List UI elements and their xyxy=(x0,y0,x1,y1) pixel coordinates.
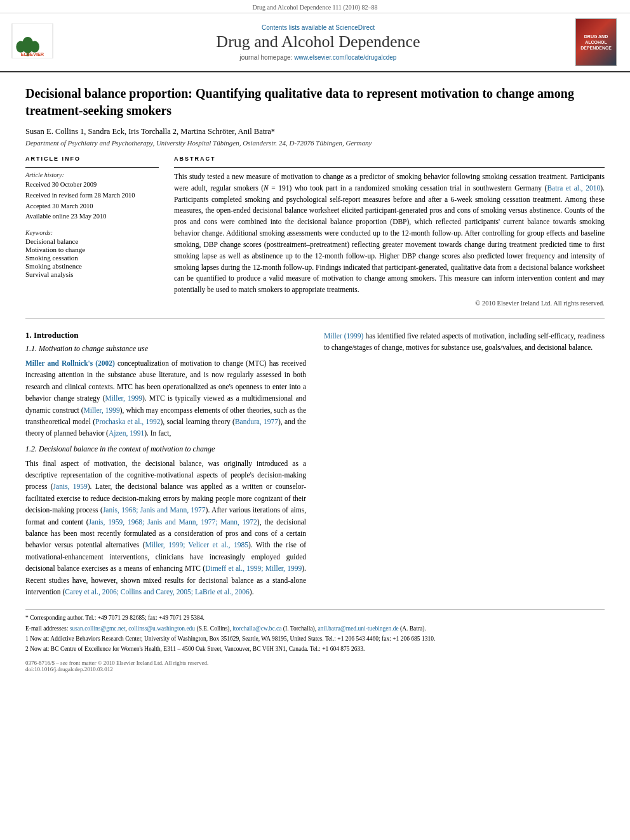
svg-point-4 xyxy=(16,41,25,53)
info-divider xyxy=(25,167,159,168)
footer-line-1: 0376-8716/$ – see front matter © 2010 El… xyxy=(25,660,605,666)
sciencedirect-link-text[interactable]: ScienceDirect xyxy=(335,24,375,31)
abstract-col: ABSTRACT This study tested a new measure… xyxy=(174,156,605,307)
subheading-1: 1.1. Motivation to change substance use xyxy=(25,344,306,354)
abstinence-word: abstinence xyxy=(530,206,561,214)
email-label: E-mail addresses: xyxy=(25,625,68,632)
footnote-2: 2 Now at: BC Centre of Excellence for Wo… xyxy=(25,644,605,653)
copyright: © 2010 Elsevier Ireland Ltd. All rights … xyxy=(174,300,605,307)
email-link-2[interactable]: collinss@u.washington.edu xyxy=(128,625,195,632)
footnote-divider xyxy=(25,609,605,610)
received-date: Received 30 October 2009 xyxy=(25,180,159,190)
miller-1999-ref-2[interactable]: Miller, 1999 xyxy=(84,406,120,414)
miller-1999-right-ref[interactable]: Miller (1999) xyxy=(324,332,363,340)
top-bar: Drug and Alcohol Dependence 111 (2010) 8… xyxy=(0,0,630,13)
keyword-2: Motivation to change xyxy=(25,246,159,253)
body-right-col: Miller (1999) has identified five relate… xyxy=(324,330,605,603)
main-divider xyxy=(25,318,605,319)
miller-velicer-ref[interactable]: Miller, 1999; Velicer et al., 1985 xyxy=(145,541,248,549)
journal-banner: ELSEVIER Contents lists available at Sci… xyxy=(0,13,630,72)
email-link-3[interactable]: itorchalla@cw.bc.ca xyxy=(232,625,281,632)
keywords-label: Keywords: xyxy=(25,229,159,236)
keyword-5: Survival analysis xyxy=(25,270,159,278)
cover-image: DRUG AND ALCOHOL DEPENDENCE xyxy=(575,18,617,66)
prochaska-ref[interactable]: Prochaska et al., 1992 xyxy=(95,418,160,425)
history-label: Article history: xyxy=(25,171,159,178)
article-title: Decisional balance proportion: Quantifyi… xyxy=(25,85,605,119)
article-affiliation: Department of Psychiatry and Psychothera… xyxy=(25,139,605,147)
journal-center: Contents lists available at ScienceDirec… xyxy=(74,24,563,61)
intro-heading: 1. Introduction xyxy=(25,330,306,340)
body-para-2: This final aspect of motivation, the dec… xyxy=(25,458,306,598)
page: Drug and Alcohol Dependence 111 (2010) 8… xyxy=(0,0,630,840)
janis-1959-ref[interactable]: Janis, 1959 xyxy=(53,483,88,490)
email-links[interactable]: susan.collins@gmc.net xyxy=(70,625,126,632)
janis-1968-ref[interactable]: Janis, 1968; Janis and Mann, 1977 xyxy=(103,506,206,514)
revised-date: Received in revised form 28 March 2010 xyxy=(25,190,159,201)
email-link-4[interactable]: anil.batra@med.uni-tuebingen.de xyxy=(318,625,398,632)
accepted-date: Accepted 30 March 2010 xyxy=(25,201,159,211)
article-info-heading: ARTICLE INFO xyxy=(25,156,159,162)
svg-point-5 xyxy=(30,41,39,53)
dimeff-ref[interactable]: Dimeff et al., 1999; Miller, 1999 xyxy=(205,564,302,572)
keyword-4: Smoking abstinence xyxy=(25,262,159,270)
sciencedirect-line: Contents lists available at ScienceDirec… xyxy=(74,24,563,31)
footer-info: 0376-8716/$ – see front matter © 2010 El… xyxy=(25,660,605,672)
article-info-col: ARTICLE INFO Article history: Received 3… xyxy=(25,156,159,307)
janis-content-ref[interactable]: Janis, 1959, 1968; Janis and Mann, 1977;… xyxy=(89,518,257,526)
abstract-heading: ABSTRACT xyxy=(174,156,605,162)
journal-homepage: journal homepage: www.elsevier.com/locat… xyxy=(74,54,563,61)
footnote-1: 1 Now at: Addictive Behaviors Research C… xyxy=(25,634,605,643)
keyword-1: Decisional balance xyxy=(25,237,159,245)
body-para-1: Miller and Rollnick's (2002) conceptuali… xyxy=(25,357,306,439)
carey-ref[interactable]: Carey et al., 2006; Collins and Carey, 2… xyxy=(65,588,250,596)
keyword-3: Smoking cessation xyxy=(25,254,159,262)
miller-1999-ref-1[interactable]: Miller, 1999 xyxy=(105,394,142,402)
abstract-text: This study tested a new measure of motiv… xyxy=(174,171,605,296)
bandura-ref[interactable]: Bandura, 1977 xyxy=(235,418,278,425)
article-authors: Susan E. Collins 1, Sandra Eck, Iris Tor… xyxy=(25,127,605,137)
footnote-emails: E-mail addresses: susan.collins@gmc.net,… xyxy=(25,624,605,633)
abstract-divider xyxy=(174,167,605,168)
homepage-url[interactable]: www.elsevier.com/locate/drugalcdep xyxy=(294,54,396,61)
right-para-1: Miller (1999) has identified five relate… xyxy=(324,330,605,354)
body-left-col: 1. Introduction 1.1. Motivation to chang… xyxy=(25,330,306,603)
journal-title: Drug and Alcohol Dependence xyxy=(74,32,563,51)
keywords-section: Keywords: Decisional balance Motivation … xyxy=(25,229,159,278)
journal-cover: DRUG AND ALCOHOL DEPENDENCE xyxy=(575,18,620,66)
and-word: and xyxy=(285,418,295,425)
article-content: Decisional balance proportion: Quantifyi… xyxy=(0,72,630,685)
journal-citation: Drug and Alcohol Dependence 111 (2010) 8… xyxy=(253,4,378,11)
svg-text:ELSEVIER: ELSEVIER xyxy=(21,51,44,57)
available-date: Available online 23 May 2010 xyxy=(25,211,159,222)
body-columns: 1. Introduction 1.1. Motivation to chang… xyxy=(25,330,605,603)
batra-ref[interactable]: Batra et al., 2010 xyxy=(547,184,600,192)
elsevier-logo: ELSEVIER xyxy=(10,23,61,61)
info-abstract-section: ARTICLE INFO Article history: Received 3… xyxy=(25,156,605,307)
footnote-star: * Corresponding author. Tel.: +49 7071 2… xyxy=(25,613,605,622)
subheading-2: 1.2. Decisional balance in the context o… xyxy=(25,444,306,454)
footer-line-2: doi:10.1016/j.drugalcdep.2010.03.012 xyxy=(25,666,605,672)
cover-text: DRUG AND ALCOHOL DEPENDENCE xyxy=(576,31,616,53)
miller-rollnick-ref[interactable]: Miller and Rollnick's (2002) xyxy=(25,359,115,367)
ajzen-ref[interactable]: Ajzen, 1991 xyxy=(109,429,144,437)
